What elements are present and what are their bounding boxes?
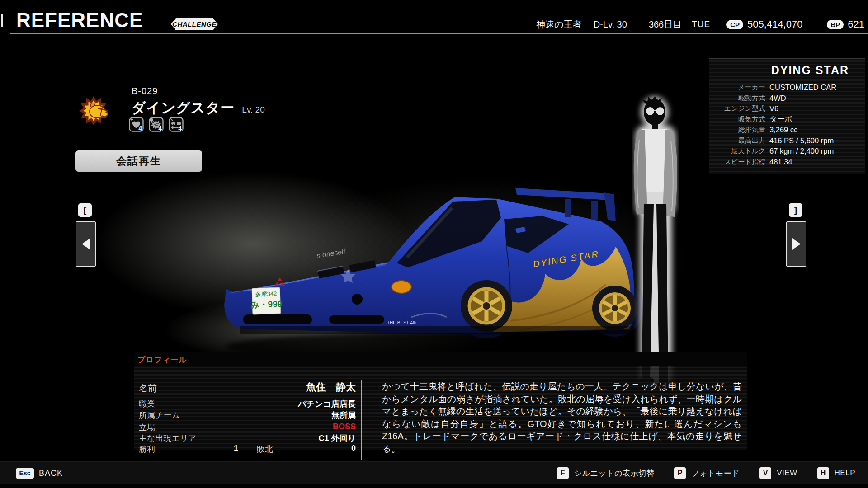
profile-body: 名前 魚住 静太 職業 パチンコ店店長 所属チーム 無所属 立場 BOSS 主な… bbox=[134, 366, 747, 450]
p-key-icon: P bbox=[674, 467, 686, 479]
lose-count: 0 bbox=[315, 444, 356, 453]
header-divider bbox=[10, 33, 868, 34]
car-name: DYING STAR bbox=[771, 64, 849, 77]
profile-value-area: C1 外回り bbox=[202, 433, 356, 444]
plate-number-text: み・999 bbox=[250, 299, 283, 310]
photo-mode-action[interactable]: P フォトモード bbox=[674, 467, 740, 479]
heart-gauge-icon: 4 bbox=[129, 117, 144, 132]
license-plate: 多摩342 み・999 bbox=[250, 287, 283, 314]
spec-row: 最大トルク67 kgm / 2,400 rpm bbox=[709, 146, 865, 157]
toggle-silhouette-action[interactable]: F シルエットの表示切替 bbox=[557, 467, 654, 479]
profile-title: プロフィール bbox=[137, 355, 187, 365]
reference-screen: DYING STAR is oneself 多摩342 み・999 THE BE… bbox=[0, 0, 868, 488]
profile-value-team: 無所属 bbox=[202, 410, 356, 421]
profile-label: 職業 bbox=[139, 399, 155, 409]
next-key-hint: ] bbox=[789, 203, 802, 217]
right-arrow-icon bbox=[792, 238, 801, 250]
race-cars-icon: 4 bbox=[169, 117, 184, 132]
left-arrow-icon bbox=[82, 238, 90, 250]
profile-value-name: 魚住 静太 bbox=[202, 380, 356, 394]
svg-text:4: 4 bbox=[158, 125, 162, 132]
player-rank: 神速の王者 bbox=[536, 19, 581, 31]
plate-region-text: 多摩342 bbox=[255, 290, 277, 298]
rival-level: Lv. 20 bbox=[242, 105, 264, 115]
spec-row: 駆動方式4WD bbox=[709, 93, 865, 104]
help-action[interactable]: H HELP bbox=[817, 467, 855, 479]
svg-text:4: 4 bbox=[138, 125, 142, 132]
svg-text:4: 4 bbox=[178, 125, 182, 132]
challenge-badge: CHALLENGE bbox=[171, 18, 218, 30]
driver-level: D-Lv. 30 bbox=[594, 19, 627, 30]
bp-icon: BP bbox=[827, 20, 844, 29]
weekday: TUE bbox=[692, 19, 710, 29]
profile-description: かつて十三鬼将と呼ばれた、伝説の走り屋たちの一人。テクニックは申し分ないが、昔か… bbox=[382, 380, 742, 455]
rival-id: B-029 bbox=[132, 86, 158, 96]
footer-actions: F シルエットの表示切替 P フォトモード V VIEW H HELP bbox=[557, 467, 855, 479]
status-bar: 神速の王者 D-Lv. 30 366日目 TUE CP 505,414,070 … bbox=[536, 18, 864, 31]
rival-name: ダイングスター bbox=[132, 99, 235, 117]
v-key-icon: V bbox=[760, 467, 771, 479]
footer-bar: Esc BACK F シルエットの表示切替 P フォトモード V VIEW H … bbox=[0, 461, 868, 484]
win-label: 勝利 bbox=[139, 444, 155, 455]
screen-edge-accent bbox=[1, 14, 3, 27]
side-decal-text: THE BEST 4th bbox=[387, 320, 416, 325]
win-count: 1 bbox=[202, 444, 238, 453]
h-key-icon: H bbox=[817, 467, 829, 479]
spec-row: 吸気方式ターボ bbox=[709, 114, 865, 125]
profile-value-job: パチンコ店店長 bbox=[202, 399, 356, 409]
rival-name-row: ダイングスター Lv. 20 bbox=[132, 99, 265, 117]
spec-row: エンジン型式V6 bbox=[709, 103, 865, 114]
bp-value: 621 bbox=[848, 19, 864, 30]
profile-label: 立場 bbox=[139, 422, 155, 433]
profile-label: 主な出現エリア bbox=[139, 433, 197, 444]
battle-burst-icon: 4 bbox=[149, 117, 164, 132]
profile-divider bbox=[361, 380, 362, 460]
f-key-icon: F bbox=[557, 467, 569, 479]
page-title: REFERENCE bbox=[16, 9, 143, 32]
day-counter: 366日目 bbox=[649, 19, 682, 31]
prev-key-hint: [ bbox=[78, 203, 92, 217]
spec-row: メーカーCUSTOMIZED CAR bbox=[709, 82, 865, 93]
spec-row: スピード指標481.34 bbox=[709, 157, 865, 168]
rival-team-lion-icon bbox=[78, 90, 111, 127]
view-action[interactable]: V VIEW bbox=[760, 467, 797, 479]
lose-label: 敗北 bbox=[257, 444, 273, 455]
esc-key-icon: Esc bbox=[16, 468, 34, 479]
profile-header-bar: プロフィール bbox=[134, 352, 747, 366]
prev-rival-button[interactable] bbox=[76, 221, 96, 267]
rival-gauge-badges: 4 4 4 bbox=[129, 117, 184, 132]
glasses-icon bbox=[646, 107, 654, 115]
hood-script-text: is oneself bbox=[315, 247, 347, 260]
turn-signal bbox=[392, 281, 411, 293]
profile-section: プロフィール 名前 魚住 静太 職業 パチンコ店店長 所属チーム 無所属 立場 … bbox=[134, 352, 747, 450]
play-conversation-button[interactable]: 会話再生 bbox=[75, 150, 202, 172]
back-button[interactable]: BACK bbox=[39, 469, 63, 478]
cp-value: 505,414,070 bbox=[747, 19, 802, 30]
spec-row: 総排気量3,269 cc bbox=[709, 125, 865, 136]
cp-icon: CP bbox=[726, 20, 743, 29]
spec-row: 最高出力416 PS / 5,600 rpm bbox=[709, 136, 865, 146]
profile-value-position: BOSS bbox=[202, 422, 356, 432]
profile-label: 所属チーム bbox=[139, 410, 180, 421]
profile-label: 名前 bbox=[139, 382, 157, 394]
car-spec-panel: DYING STAR メーカーCUSTOMIZED CAR 駆動方式4WD エン… bbox=[709, 58, 865, 174]
next-rival-button[interactable] bbox=[786, 221, 806, 267]
front-wheel bbox=[461, 280, 512, 332]
